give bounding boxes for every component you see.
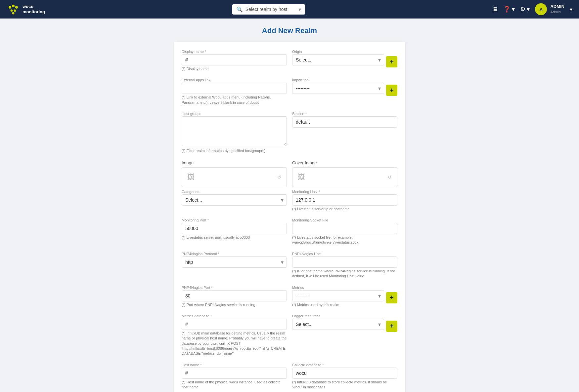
- collectd-db-label: Collectd database *: [292, 363, 397, 367]
- logo: wocu monitoring: [7, 3, 45, 16]
- host-name-input[interactable]: [182, 368, 287, 379]
- collectd-db-group: Collectd database * (*) InfluxDB databas…: [292, 363, 397, 392]
- host-groups-group: Host groups (*) Filter realm information…: [182, 112, 287, 157]
- host-groups-input[interactable]: [182, 116, 287, 146]
- pnp-port-group: PNP4Nagios Port * (*) Port where PNP4Nag…: [182, 286, 287, 311]
- pnp-port-hint: (*) Port where PNP4Nagios service is run…: [182, 302, 287, 307]
- add-import-tool-button[interactable]: +: [386, 85, 397, 96]
- monitoring-host-label: Monitoring Host *: [292, 190, 397, 194]
- metrics-group: Metrics --------- (*) Metrics used by th…: [292, 286, 397, 311]
- pnp-protocol-group: PNP4Nagios Protocol * http https: [182, 252, 287, 283]
- metrics-field-wrap: Metrics --------- (*) Metrics used by th…: [292, 286, 384, 311]
- metrics-hint: (*) Metrics used by this realm: [292, 302, 384, 307]
- row-display-origin: Display name * (*) Display name Origin S…: [182, 50, 397, 78]
- host-name-hint: (*) Host name of the physical wocu insta…: [182, 380, 287, 390]
- metrics-db-input[interactable]: [182, 319, 287, 330]
- search-icon: 🔍: [236, 6, 243, 13]
- row-hostgroups-section: Host groups (*) Filter realm information…: [182, 112, 397, 160]
- display-name-hint: (*) Display name: [182, 66, 287, 71]
- realm-selector[interactable]: 🔍 Select realm by host ▾: [232, 4, 305, 15]
- categories-group: Categories Select...: [182, 190, 287, 216]
- monitoring-socket-hint: (*) Livestatus socket file, for example:…: [292, 235, 397, 245]
- admin-role: Admin: [550, 10, 564, 14]
- section-group: Section *: [292, 112, 397, 157]
- cover-image-label: Cover Image: [292, 160, 397, 165]
- pnp-port-input[interactable]: [182, 290, 287, 301]
- external-apps-input[interactable]: [182, 83, 287, 94]
- add-origin-button[interactable]: +: [386, 56, 397, 67]
- display-name-label: Display name *: [182, 50, 287, 54]
- import-tool-select[interactable]: ---------: [292, 83, 384, 94]
- add-realm-form: Display name * (*) Display name Origin S…: [174, 42, 405, 392]
- origin-select[interactable]: Select...: [292, 54, 384, 65]
- section-input[interactable]: [292, 116, 397, 128]
- add-metrics-button[interactable]: +: [386, 292, 397, 303]
- categories-select[interactable]: Select...: [182, 194, 287, 206]
- monitoring-port-input[interactable]: [182, 223, 287, 234]
- monitoring-host-hint: (*) Livestatus server ip or hostname: [292, 207, 397, 212]
- image-group: Image 🖼 ↺: [182, 160, 287, 187]
- pnp-protocol-label: PNP4Nagios Protocol *: [182, 252, 287, 256]
- external-apps-label: External apps link: [182, 78, 287, 82]
- monitoring-socket-input[interactable]: [292, 223, 397, 234]
- monitoring-port-hint: (*) Livestatus server port, usually at 5…: [182, 235, 287, 240]
- monitoring-socket-group: Monitoring Socket File (*) Livestatus so…: [292, 218, 397, 249]
- refresh-icon[interactable]: ↺: [277, 175, 281, 180]
- categories-label: Categories: [182, 190, 287, 194]
- monitoring-port-label: Monitoring Port *: [182, 218, 287, 222]
- gear-icon: ⚙: [520, 6, 525, 13]
- section-label: Section *: [292, 112, 397, 116]
- monitoring-host-input[interactable]: [292, 194, 397, 206]
- pnp-protocol-select[interactable]: http https: [182, 256, 287, 268]
- question-icon: ❓: [503, 6, 511, 13]
- logger-resources-group: Logger resources Select... +: [292, 314, 397, 360]
- main-content: Add New Realm Display name * (*) Display…: [0, 19, 579, 392]
- pnp-host-hint: (*) IP or host name where PNP4Nagios ser…: [292, 269, 397, 279]
- external-apps-group: External apps link (*) Link to external …: [182, 78, 287, 109]
- admin-name: ADMIN: [550, 4, 564, 10]
- logo-text: wocu monitoring: [22, 4, 45, 14]
- realm-selector-text: Select realm by host: [245, 7, 296, 12]
- import-tool-field-wrap: Import tool ---------: [292, 78, 384, 94]
- svg-point-3: [15, 6, 18, 9]
- display-name-input[interactable]: [182, 54, 287, 65]
- cover-image-upload-area[interactable]: 🖼 ↺: [292, 167, 397, 187]
- collectd-db-hint: (*) InfluxDB database to store collectd …: [292, 380, 397, 390]
- chevron-down-icon-3: ▾: [527, 6, 530, 13]
- import-tool-group: Import tool --------- +: [292, 78, 397, 109]
- chevron-down-icon: ▾: [298, 6, 301, 13]
- metrics-select-wrapper: ---------: [292, 290, 384, 301]
- cover-refresh-icon[interactable]: ↺: [388, 175, 392, 180]
- gear-icon-btn[interactable]: ⚙ ▾: [520, 6, 530, 13]
- metrics-db-hint: (*) InfluxDB main database for getting m…: [182, 331, 287, 356]
- image-upload-area[interactable]: 🖼 ↺: [182, 167, 287, 187]
- logger-resources-select[interactable]: Select...: [292, 319, 384, 330]
- row-port-socket: Monitoring Port * (*) Livestatus server …: [182, 218, 397, 252]
- metrics-select[interactable]: ---------: [292, 290, 384, 301]
- add-logger-button[interactable]: +: [386, 321, 397, 332]
- row-pnp-proto-host: PNP4Nagios Protocol * http https PNP4Nag…: [182, 252, 397, 286]
- pnp-protocol-select-wrapper: http https: [182, 256, 287, 268]
- admin-section[interactable]: A ADMIN Admin ▾: [535, 3, 572, 15]
- pnp-host-input[interactable]: [292, 256, 397, 268]
- logger-resources-label: Logger resources: [292, 314, 384, 318]
- admin-info: ADMIN Admin: [550, 4, 564, 14]
- svg-point-5: [14, 10, 16, 12]
- header: wocu monitoring 🔍 Select realm by host ▾…: [0, 0, 579, 19]
- image-label: Image: [182, 160, 287, 165]
- metrics-label: Metrics: [292, 286, 384, 290]
- collectd-db-input[interactable]: [292, 368, 397, 379]
- logo-icon: [7, 3, 20, 16]
- page-title: Add New Realm: [262, 26, 317, 35]
- pnp-host-group: PNP4Nagios Host (*) IP or host name wher…: [292, 252, 397, 283]
- row-external-import: External apps link (*) Link to external …: [182, 78, 397, 112]
- monitor-icon: 🖥: [492, 6, 498, 13]
- question-icon-btn[interactable]: ❓ ▾: [503, 6, 515, 13]
- logger-resources-select-wrapper: Select...: [292, 319, 384, 330]
- logger-resources-field-wrap: Logger resources Select...: [292, 314, 384, 330]
- image-icon: 🖼: [187, 173, 195, 181]
- svg-point-4: [11, 10, 13, 12]
- monitor-icon-btn[interactable]: 🖥: [492, 6, 498, 13]
- cover-image-group: Cover Image 🖼 ↺: [292, 160, 397, 187]
- metrics-db-group: Metrics database * (*) InfluxDB main dat…: [182, 314, 287, 360]
